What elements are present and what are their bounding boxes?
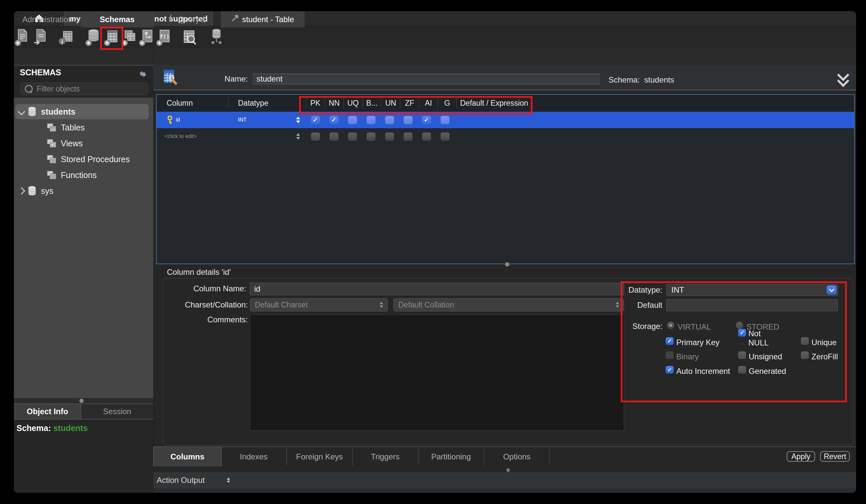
flag-checkbox-uq[interactable]: [348, 116, 357, 124]
generated-label: Generated: [749, 367, 786, 376]
tab-query-1[interactable]: Query 1: [153, 11, 221, 27]
expand-header-button[interactable]: [836, 70, 851, 85]
tree-item-label: Views: [61, 139, 82, 148]
tab-indexes[interactable]: Indexes: [221, 447, 286, 466]
new-function-icon[interactable]: f(): [155, 27, 171, 47]
not-null-checkbox[interactable]: ✓: [738, 329, 746, 336]
unsigned-checkbox[interactable]: [738, 352, 746, 359]
tree-item-tables[interactable]: Tables: [15, 120, 149, 135]
tab-session[interactable]: Session: [81, 404, 154, 419]
new-procedure-icon[interactable]: [138, 27, 154, 47]
apply-button[interactable]: Apply: [787, 451, 815, 462]
action-output-selector[interactable]: [227, 478, 230, 483]
flag-checkbox-g[interactable]: [441, 133, 449, 141]
flag-checkbox-ai[interactable]: [422, 133, 431, 141]
tab-object-info[interactable]: Object Info: [14, 404, 81, 419]
flag-checkbox-nn[interactable]: ✓: [330, 116, 338, 124]
grid-col-uq[interactable]: UQ: [344, 98, 363, 108]
tree-item-views[interactable]: Views: [15, 136, 149, 151]
grid-col-g[interactable]: G: [438, 98, 457, 108]
tab-student-table[interactable]: student - Table: [221, 11, 304, 27]
tab-foreign-keys[interactable]: Foreign Keys: [287, 447, 352, 466]
search-icon: [25, 85, 33, 93]
inspector-icon[interactable]: i: [58, 27, 74, 47]
table-name-input[interactable]: [253, 74, 600, 84]
tables-icon: [47, 123, 56, 132]
svg-text:f(): f(): [160, 33, 169, 39]
collation-dropdown[interactable]: Default Collation: [393, 298, 624, 311]
tab-schemas[interactable]: Schemas: [81, 11, 154, 27]
datatype-stepper[interactable]: [296, 133, 300, 140]
column-name-input[interactable]: [250, 283, 624, 295]
grid-col-b[interactable]: B...: [363, 98, 381, 108]
auto-increment-checkbox[interactable]: ✓: [666, 366, 674, 374]
tab-administration[interactable]: Administration: [14, 11, 81, 27]
table-search-icon[interactable]: [181, 27, 197, 47]
charset-dropdown[interactable]: Default Charset: [250, 298, 388, 311]
grid-col-datatype[interactable]: Datatype: [229, 98, 306, 108]
open-sql-script-icon[interactable]: [32, 27, 48, 47]
grid-col-ai[interactable]: AI: [419, 98, 438, 108]
charset-collation-label: Charset/Collation:: [156, 300, 248, 309]
reconnect-icon[interactable]: [208, 27, 224, 47]
tree-item-label: Stored Procedures: [61, 154, 130, 164]
flag-checkbox-un[interactable]: [385, 133, 394, 141]
datatype-stepper[interactable]: [296, 117, 300, 123]
new-schema-icon[interactable]: [85, 27, 100, 47]
sync-schemas-icon[interactable]: [137, 69, 148, 80]
tab-partitioning[interactable]: Partitioning: [419, 447, 484, 466]
tree-item-functions[interactable]: Functions: [15, 168, 149, 183]
revert-button[interactable]: Revert: [820, 451, 850, 462]
primary-key-checkbox[interactable]: ✓: [666, 337, 674, 345]
grid-col-nn[interactable]: NN: [325, 98, 344, 108]
tree-item-students[interactable]: students: [15, 104, 149, 119]
flag-checkbox-g[interactable]: [441, 116, 449, 124]
flag-checkbox-zf[interactable]: [403, 133, 412, 141]
datatype-cell[interactable]: INT: [229, 117, 290, 123]
new-view-icon[interactable]: [121, 27, 136, 47]
tree-item-stored-procedures[interactable]: Stored Procedures: [15, 152, 149, 167]
new-column-placeholder[interactable]: <click to edit>: [165, 134, 197, 139]
flag-checkbox-zf[interactable]: [403, 116, 412, 124]
new-sql-file-icon[interactable]: [14, 27, 30, 47]
grid-row-new[interactable]: <click to edit>: [157, 128, 854, 145]
grid-col-default-expression[interactable]: Default / Expression: [457, 99, 854, 108]
flag-checkbox-b[interactable]: [367, 116, 376, 124]
flag-checkbox-pk[interactable]: [311, 133, 320, 141]
new-table-icon[interactable]: [103, 27, 119, 47]
tab-columns[interactable]: Columns: [153, 447, 221, 466]
sidebar-divider: [153, 49, 154, 493]
flag-checkbox-pk[interactable]: ✓: [311, 116, 320, 124]
stored-radio[interactable]: [736, 322, 743, 329]
comments-textarea[interactable]: [250, 314, 624, 431]
flag-checkbox-b[interactable]: [367, 133, 376, 141]
zerofill-checkbox[interactable]: [801, 352, 809, 359]
flag-checkbox-ai[interactable]: ✓: [422, 116, 431, 124]
tab-triggers[interactable]: Triggers: [353, 447, 418, 466]
grid-col-un[interactable]: UN: [381, 98, 400, 108]
grid-col-zf[interactable]: ZF: [400, 98, 419, 108]
default-value-input[interactable]: [666, 299, 838, 311]
generated-checkbox[interactable]: [738, 366, 746, 374]
grid-row-id[interactable]: id INT ✓ ✓ ✓: [157, 112, 854, 128]
filter-input[interactable]: [36, 84, 144, 94]
tree-item-sys[interactable]: sys: [15, 183, 149, 198]
tab-options[interactable]: Options: [484, 447, 549, 466]
datatype-combo[interactable]: INT: [666, 284, 838, 296]
chevron-down-icon[interactable]: [18, 108, 25, 116]
splitter-handle[interactable]: [79, 399, 84, 403]
chevron-right-icon[interactable]: [18, 187, 25, 195]
grid-splitter-handle[interactable]: [505, 262, 509, 266]
sidebar-splitter[interactable]: [14, 398, 153, 404]
grid-col-column[interactable]: Column: [157, 98, 229, 108]
virtual-radio[interactable]: [667, 322, 674, 329]
flag-checkbox-un[interactable]: [385, 116, 394, 124]
grid-col-pk[interactable]: PK: [306, 98, 325, 108]
tab-foreign-keys-label: Foreign Keys: [296, 452, 343, 461]
datatype-combo-button[interactable]: [827, 285, 836, 295]
flag-checkbox-nn[interactable]: [330, 133, 338, 141]
flag-checkbox-uq[interactable]: [348, 133, 357, 141]
bottom-splitter-handle[interactable]: [507, 468, 510, 472]
tree-item-label: Tables: [61, 123, 85, 133]
unique-checkbox[interactable]: [801, 337, 809, 345]
